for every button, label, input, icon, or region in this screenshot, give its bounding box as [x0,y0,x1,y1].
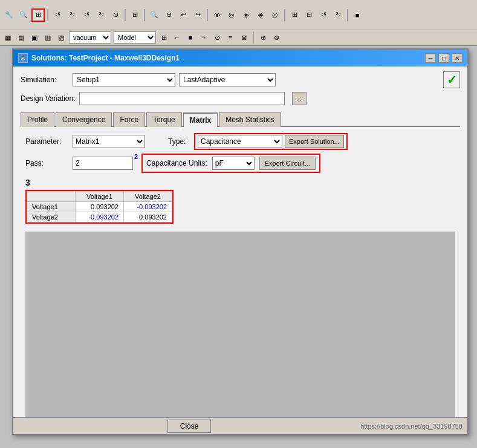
vacuum-dropdown[interactable]: vacuum [69,31,111,44]
simulation-row: Simulation: Setup1 LastAdaptive ✓ [21,71,460,88]
toolbar-icon-5[interactable]: ↺ [80,8,93,22]
toolbar-icon-small-3[interactable]: ▣ [29,32,40,43]
row2-v1: -0.093202 [76,212,124,222]
toolbar-icon-15[interactable]: ⊞ [288,8,301,22]
table-row: Voltage2 -0.093202 0.093202 [27,212,172,222]
minimize-button[interactable]: ─ [425,53,436,63]
pass-input-wrapper: 2 [73,157,133,170]
tab-convergence[interactable]: Convergence [56,112,112,127]
toolbar-row1: 🔧 🔍 ⊞ ↺ ↻ ↺ ↻ ⊙ ⊞ 🔍 ⊖ ↩ ↪ 👁 ◎ ◈ ◈ ◎ ⊞ ⊟ … [0,0,477,30]
toolbar-icon-small-5[interactable]: ▧ [56,32,67,43]
dialog-controls: ─ □ ✕ [425,53,462,63]
toolbar-icon-small-8[interactable]: ■ [185,32,196,43]
toolbar-separator-2 [125,9,126,21]
gray-content-area [25,232,455,425]
maximize-button[interactable]: □ [438,53,449,63]
toolbar-icon-13[interactable]: ◈ [254,8,267,22]
toolbar-icon-3[interactable]: ↺ [51,8,64,22]
tabs-container: Profile Convergence Force Torque Matrix … [21,109,460,127]
toolbar-icon-14[interactable]: ◎ [268,8,282,22]
dialog-title: Solutions: TestProject - Maxwell3DDesign… [31,54,180,62]
toolbar-icon-2[interactable]: 🔍 [17,8,30,22]
matrix-tab-content: Parameter: Matrix1 Type: Capacitance Exp… [21,127,460,431]
matrix-header-v2: Voltage2 [124,192,172,202]
toolbar-icon-redo[interactable]: ↪ [191,8,204,22]
checkmark-button[interactable]: ✓ [443,71,460,88]
toolbar-icon-9[interactable]: 🔍 [148,8,161,22]
toolbar-icon-11[interactable]: ◎ [225,8,238,22]
row1-v2: -0.093202 [124,202,172,212]
toolbar-icon-small-11[interactable]: ≡ [225,32,236,43]
checkmark-icon: ✓ [447,73,457,87]
toolbar-icon-eye[interactable]: 👁 [210,8,224,22]
model-dropdown[interactable]: Model [114,31,156,44]
matrix-table: Voltage1 Voltage2 Voltage1 0.093202 -0.0… [27,191,172,222]
simulation-label: Simulation: [21,76,69,84]
toolbar-icon-12[interactable]: ◈ [239,8,253,22]
toolbar-separator-3 [144,9,145,21]
watermark-text: https://blog.csdn.net/qq_33198758 [360,423,462,430]
tab-mesh-statistics[interactable]: Mesh Statistics [219,112,281,127]
toolbar-icon-small-7[interactable]: ← [172,32,183,43]
toolbar-icon-undo[interactable]: ↩ [177,8,190,22]
design-variation-label: Design Variation: [21,94,76,103]
toolbar-icon-small-10[interactable]: ⊙ [212,32,222,43]
table-row: Voltage1 0.093202 -0.093202 [27,202,172,212]
parameter-label: Parameter: [25,137,68,146]
toolbar-icon-1[interactable]: 🔧 [2,8,16,22]
row2-v2: 0.093202 [124,212,172,222]
pass-input[interactable] [73,157,133,170]
matrix-header-empty [27,192,76,202]
cap-units-label: Capacitance Units: [146,159,207,167]
toolbar-icon-6[interactable]: ↻ [94,8,108,22]
tab-matrix[interactable]: Matrix [183,112,218,127]
toolbar-icon-small-9[interactable]: → [198,32,209,43]
tab-profile[interactable]: Profile [21,112,54,127]
matrix-table-container: Voltage1 Voltage2 Voltage1 0.093202 -0.0… [25,190,174,224]
close-button[interactable]: ✕ [452,53,462,63]
toolbar-icon-7[interactable]: ⊙ [109,8,122,22]
cap-units-select[interactable]: pF [212,157,255,170]
toolbar-icon-small-2[interactable]: ▤ [16,32,27,43]
toolbar-separator-1 [47,9,48,21]
toolbar-icon-4[interactable]: ↻ [65,8,79,22]
toolbar-row2: ▦ ▤ ▣ ▥ ▧ vacuum Model ⊞ ← ■ → ⊙ ≡ ⊠ ⊕ ⊗ [0,30,477,46]
simulation-select[interactable]: Setup1 [73,73,175,86]
toolbar-icon-copy[interactable]: ⊞ [31,8,45,22]
toolbar-icon-small-14[interactable]: ⊗ [271,32,282,43]
toolbar-icon-18[interactable]: ↻ [331,8,345,22]
number3-label: 3 [25,178,455,187]
toolbar-icon-16[interactable]: ⊟ [302,8,316,22]
toolbar-icon-19[interactable]: ■ [351,8,364,22]
export-circuit-button[interactable]: Export Circuit... [259,157,316,170]
toolbar-icon-small-4[interactable]: ▥ [42,32,53,43]
dialog-icon: S [18,53,28,63]
bottom-bar: Close https://blog.csdn.net/qq_33198758 [13,417,467,434]
close-button-bottom[interactable]: Close [167,420,212,433]
toolbar-icon-small-6[interactable]: ⊞ [158,32,169,43]
toolbar-separator-4 [207,9,208,21]
tab-torque[interactable]: Torque [146,112,182,127]
parameter-select[interactable]: Matrix1 [73,135,145,148]
type-select[interactable]: Capacitance [198,135,282,148]
design-variation-browse[interactable]: ... [292,92,307,105]
last-adaptive-select[interactable]: LastAdaptive [179,73,276,86]
type-label: Type: [168,137,189,146]
cap-units-block: Capacitance Units: pF Export Circuit... [141,154,320,173]
toolbar-icon-small-13[interactable]: ⊕ [258,32,268,43]
toolbar-icon-10[interactable]: ⊖ [162,8,175,22]
toolbar-separator-row2 [253,31,254,44]
dialog-title-left: S Solutions: TestProject - Maxwell3DDesi… [18,53,180,63]
dialog-titlebar: S Solutions: TestProject - Maxwell3DDesi… [13,50,467,67]
design-variation-input[interactable] [79,92,285,105]
toolbar-icon-small-1[interactable]: ▦ [2,32,13,43]
parameter-type-row: Parameter: Matrix1 Type: Capacitance Exp… [25,133,455,150]
tab-force[interactable]: Force [113,112,145,127]
toolbar-icon-17[interactable]: ↺ [317,8,330,22]
row2-label: Voltage2 [27,212,76,222]
export-solution-button[interactable]: Export Solution... [285,135,344,148]
toolbar-icon-8[interactable]: ⊞ [128,8,141,22]
dialog-body: Simulation: Setup1 LastAdaptive ✓ Design… [13,67,467,436]
row1-label: Voltage1 [27,202,76,212]
toolbar-icon-small-12[interactable]: ⊠ [238,32,249,43]
